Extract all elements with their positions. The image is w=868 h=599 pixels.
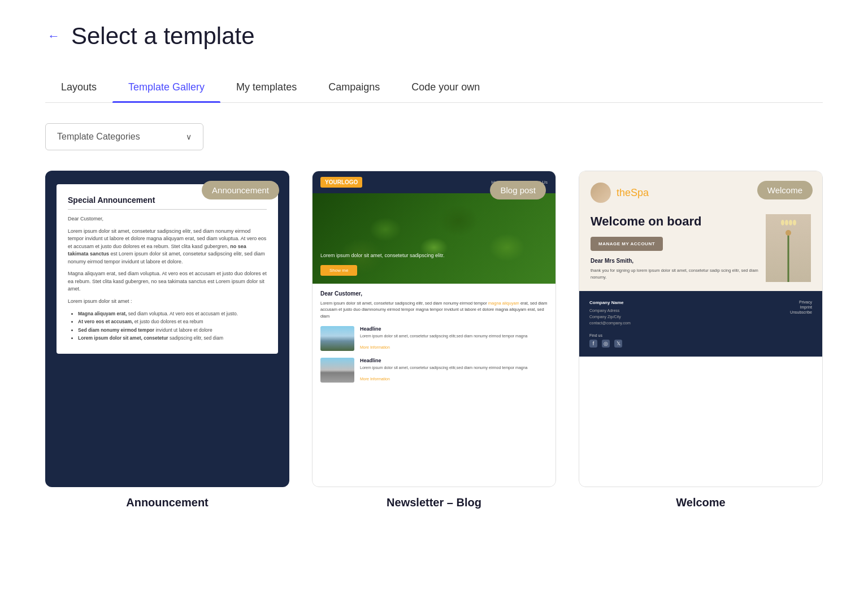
article-body-1: Lorem ipsum dolor sit amet, consetetur s… [360, 333, 527, 339]
petal [781, 220, 784, 225]
list-item: Lorem ipsum dolor sit amet, consetetur s… [78, 334, 267, 342]
blog-body: Dear Customer, Lorem ipsum dolor sit ame… [313, 284, 555, 487]
announcement-card-body: Special Announcement Dear Customer, Lore… [45, 171, 289, 487]
article-image-road [320, 358, 354, 383]
facebook-icon[interactable]: f [589, 340, 597, 348]
footer-company-zip: Company Zip/City [589, 314, 631, 320]
blog-badge: Blog post [490, 181, 546, 199]
footer-imprint-link[interactable]: Imprint [790, 305, 812, 309]
welcome-content-row: Welcome on board MANAGE MY ACCOUNT Dear … [591, 214, 811, 291]
welcome-logo-icon [591, 183, 611, 203]
welcome-heading: Welcome on board [591, 214, 766, 229]
templates-grid: Announcement Special Announcement Dear C… [45, 171, 823, 509]
article-headline-1: Headline [360, 326, 527, 332]
article-image-mountains [320, 326, 354, 351]
tab-my-templates[interactable]: My templates [220, 72, 313, 102]
tab-layouts[interactable]: Layouts [45, 72, 112, 102]
tab-template-gallery[interactable]: Template Gallery [112, 72, 220, 102]
welcome-template-name: Welcome [676, 496, 725, 509]
footer-company-email: contact@company.com [589, 320, 631, 326]
welcome-card-body: theSpa Welcome on board MANAGE MY ACCOUN… [579, 171, 823, 487]
list-item: Magna aliquyam erat, sed diam voluptua. … [78, 310, 267, 318]
hero-text: Lorem ipsum dolor sit amet, consetetur s… [320, 252, 445, 259]
ann-bullet-list: Magna aliquyam erat, sed diam voluptua. … [72, 310, 267, 342]
announcement-template-name: Announcement [126, 496, 209, 509]
blog-hero-content: Lorem ipsum dolor sit amet, consetetur s… [313, 244, 453, 284]
footer-unsubscribe-link[interactable]: Unsubscribe [790, 310, 812, 314]
filter-row: Template Categories ∨ [45, 123, 823, 150]
category-label: Template Categories [57, 132, 140, 142]
tab-campaigns[interactable]: Campaigns [313, 72, 396, 102]
welcome-logo-text: theSpa [617, 187, 649, 199]
article-headline-2: Headline [360, 358, 527, 363]
blog-intro: Lorem ipsum dolor sit amet, consetetur s… [320, 300, 548, 319]
welcome-body: thank you for signing up lorem ipsum dol… [591, 267, 766, 280]
article-more-1[interactable]: More Information [360, 345, 390, 349]
highlight-text: magna aliquyam [488, 301, 519, 306]
show-me-button[interactable]: Show me [320, 265, 357, 276]
ann-para2: Magna aliquyam erat, sed diam voluptua. … [68, 270, 267, 293]
blog-article-2: Headline Lorem ipsum dolor sit amet, con… [320, 358, 548, 383]
blog-hero: Lorem ipsum dolor sit amet, consetetur s… [313, 193, 555, 284]
list-item: At vero eos et accusam, et justo duo dol… [78, 318, 267, 325]
flower-head [780, 220, 797, 240]
mountains-illustration [320, 326, 354, 351]
template-card-blog[interactable]: Blog post YOURLOGO Home Shop Contact Us [312, 171, 556, 487]
logo-before: the [617, 187, 631, 198]
petal [785, 220, 788, 225]
ann-para1: Lorem ipsum dolor sit amet, consetetur s… [68, 228, 267, 266]
manage-account-button[interactable]: MANAGE MY ACCOUNT [591, 237, 663, 251]
blog-article-1: Headline Lorem ipsum dolor sit amet, con… [320, 326, 548, 351]
footer-company-name: Company Name [589, 300, 631, 305]
blog-card-body: YOURLOGO Home Shop Contact Us Lorem ipsu… [312, 171, 556, 487]
flower-stem [788, 235, 789, 282]
category-dropdown[interactable]: Template Categories ∨ [45, 123, 203, 150]
article-text-2: Headline Lorem ipsum dolor sit amet, con… [360, 358, 527, 383]
page-container: ← Select a template Layouts Template Gal… [0, 0, 868, 532]
announcement-inner: Special Announcement Dear Customer, Lore… [57, 184, 278, 354]
footer-company-col: Company Name Company Adress Company Zip/… [589, 300, 631, 327]
ann-salutation: Dear Customer, [68, 215, 267, 223]
announcement-badge: Announcement [202, 181, 279, 199]
blog-salutation: Dear Customer, [320, 290, 548, 297]
road-illustration [320, 358, 354, 383]
template-card-announcement[interactable]: Announcement Special Announcement Dear C… [45, 171, 289, 487]
welcome-footer: Company Name Company Adress Company Zip/… [579, 291, 822, 357]
tabs-row: Layouts Template Gallery My templates Ca… [45, 72, 823, 103]
article-body-2: Lorem ipsum dolor sit amet, consetetur s… [360, 365, 527, 371]
page-title: Select a template [71, 23, 255, 50]
article-text-1: Headline Lorem ipsum dolor sit amet, con… [360, 326, 527, 351]
back-button[interactable]: ← [45, 27, 62, 46]
petal [789, 220, 792, 225]
ann-para3: Lorem ipsum dolor sit amet : [68, 298, 267, 306]
footer-privacy-link[interactable]: Privacy [790, 300, 812, 304]
blog-logo: YOURLOGO [320, 177, 362, 188]
page-header: ← Select a template [45, 23, 823, 50]
footer-links-col: Privacy Imprint Unsubscribe [790, 300, 812, 327]
chevron-down-icon: ∨ [186, 132, 192, 141]
footer-company-address: Company Adress [589, 307, 631, 314]
welcome-text-col: Welcome on board MANAGE MY ACCOUNT Dear … [591, 214, 766, 280]
social-icons-row: f ◎ 𝕏 [589, 340, 812, 348]
twitter-icon[interactable]: 𝕏 [614, 340, 622, 348]
blog-template-name: Newsletter – Blog [387, 496, 481, 509]
logo-after: Spa [631, 187, 649, 198]
footer-top: Company Name Company Adress Company Zip/… [589, 300, 812, 327]
template-item-announcement: Announcement Special Announcement Dear C… [45, 171, 289, 509]
welcome-badge: Welcome [757, 181, 813, 199]
tab-code-your-own[interactable]: Code your own [396, 72, 496, 102]
template-item-blog: Blog post YOURLOGO Home Shop Contact Us [312, 171, 556, 509]
article-more-2[interactable]: More Information [360, 377, 390, 381]
welcome-dear: Dear Mrs Smith, [591, 258, 766, 264]
petal [793, 220, 796, 225]
find-us-label: Find us [589, 333, 812, 337]
template-item-welcome: Welcome theSpa Welcome on board M [579, 171, 823, 509]
list-item: Sed diam nonumy eirmod tempor invidunt u… [78, 326, 267, 334]
flower-center [785, 230, 791, 236]
flower-illustration [766, 214, 811, 282]
welcome-flower-image [766, 214, 811, 282]
instagram-icon[interactable]: ◎ [602, 340, 610, 348]
template-card-welcome[interactable]: Welcome theSpa Welcome on board M [579, 171, 823, 487]
